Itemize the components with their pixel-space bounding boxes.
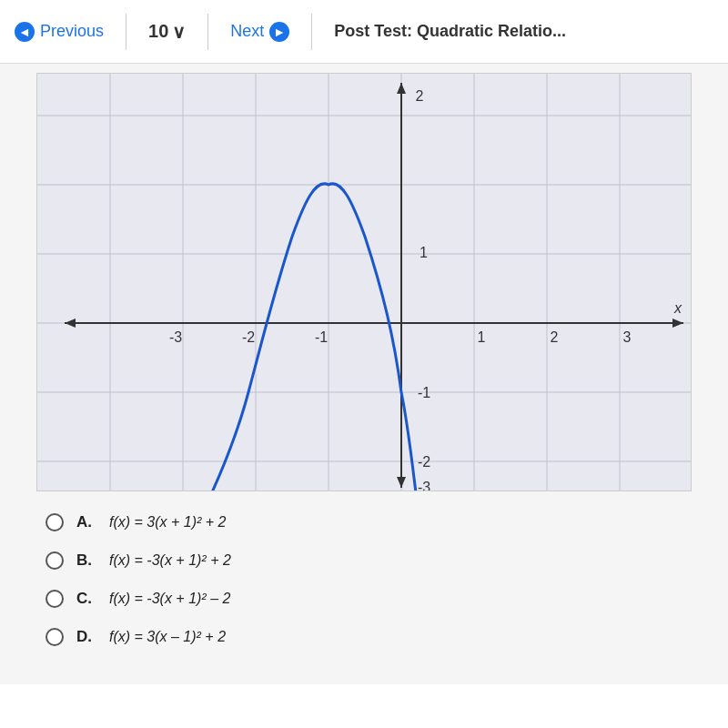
page-title: Post Test: Quadratic Relatio... bbox=[334, 22, 566, 41]
divider-2 bbox=[207, 14, 208, 50]
svg-text:-1: -1 bbox=[418, 385, 430, 400]
choice-c[interactable]: C. f(x) = -3(x + 1)² – 2 bbox=[46, 590, 710, 608]
svg-text:-3: -3 bbox=[418, 480, 430, 491]
choice-d-text: f(x) = 3(x – 1)² + 2 bbox=[109, 629, 226, 645]
svg-text:2: 2 bbox=[416, 88, 424, 104]
graph-container: -3 -2 -1 1 2 3 2 1 -1 -2 -3 x bbox=[36, 73, 692, 491]
next-arrow-icon: ► bbox=[269, 22, 289, 42]
graph-svg: -3 -2 -1 1 2 3 2 1 -1 -2 -3 x bbox=[37, 74, 692, 491]
svg-text:-1: -1 bbox=[315, 329, 328, 345]
svg-text:2: 2 bbox=[551, 329, 559, 345]
main-content: -3 -2 -1 1 2 3 2 1 -1 -2 -3 x A. bbox=[0, 64, 728, 684]
question-number-selector[interactable]: 10 ∨ bbox=[148, 21, 186, 43]
choice-a-letter: A. bbox=[76, 513, 96, 531]
topbar: ◄ Previous 10 ∨ Next ► Post Test: Quadra… bbox=[0, 0, 728, 64]
dropdown-icon: ∨ bbox=[172, 21, 186, 43]
svg-text:3: 3 bbox=[623, 329, 632, 345]
radio-a[interactable] bbox=[46, 513, 64, 531]
choice-d[interactable]: D. f(x) = 3(x – 1)² + 2 bbox=[46, 628, 710, 646]
radio-c[interactable] bbox=[46, 590, 64, 608]
svg-text:-2: -2 bbox=[242, 329, 255, 345]
radio-d[interactable] bbox=[46, 628, 64, 646]
prev-arrow-icon: ◄ bbox=[15, 22, 35, 42]
choice-b-letter: B. bbox=[76, 551, 96, 570]
choice-c-letter: C. bbox=[76, 590, 96, 608]
svg-text:-3: -3 bbox=[169, 329, 182, 345]
prev-label: Previous bbox=[40, 22, 104, 41]
svg-text:1: 1 bbox=[420, 245, 428, 260]
next-button[interactable]: Next ► bbox=[230, 22, 289, 42]
choice-b-text: f(x) = -3(x + 1)² + 2 bbox=[109, 552, 231, 569]
choice-a[interactable]: A. f(x) = 3(x + 1)² + 2 bbox=[46, 513, 710, 531]
choice-a-text: f(x) = 3(x + 1)² + 2 bbox=[109, 514, 226, 531]
choice-c-text: f(x) = -3(x + 1)² – 2 bbox=[109, 591, 230, 607]
question-number: 10 bbox=[148, 21, 168, 42]
svg-text:x: x bbox=[673, 300, 682, 316]
radio-b[interactable] bbox=[46, 551, 64, 570]
next-label: Next bbox=[230, 22, 264, 41]
answer-choices: A. f(x) = 3(x + 1)² + 2 B. f(x) = -3(x +… bbox=[18, 513, 710, 646]
choice-d-letter: D. bbox=[76, 628, 96, 646]
svg-text:-2: -2 bbox=[418, 454, 430, 470]
choice-b[interactable]: B. f(x) = -3(x + 1)² + 2 bbox=[46, 551, 710, 570]
svg-rect-0 bbox=[37, 74, 692, 491]
divider-1 bbox=[126, 14, 126, 50]
previous-button[interactable]: ◄ Previous bbox=[15, 22, 104, 42]
divider-3 bbox=[311, 14, 312, 50]
svg-text:1: 1 bbox=[478, 329, 486, 345]
